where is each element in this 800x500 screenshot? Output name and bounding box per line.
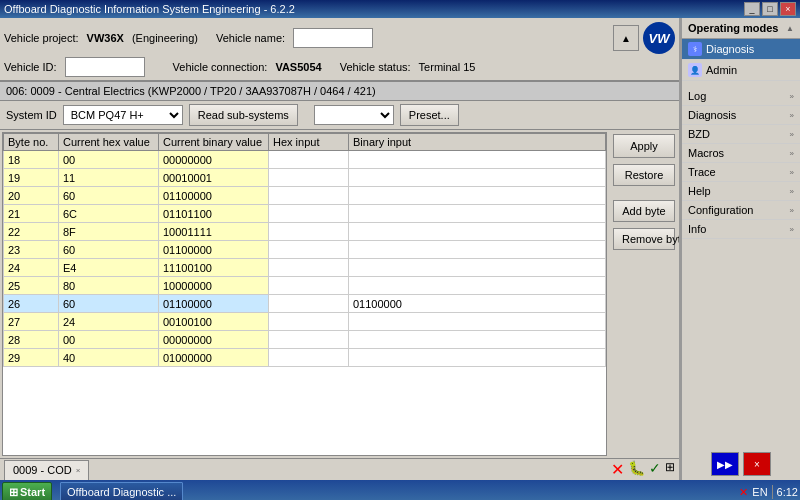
check-icon: ✓ xyxy=(649,460,661,479)
col-hex-input: Hex input xyxy=(269,134,349,151)
section-trace[interactable]: Trace » xyxy=(682,163,800,182)
table-row: 22 8F 10001111 xyxy=(4,223,606,241)
cell-hex-val: 60 xyxy=(59,241,159,259)
cell-bin-input[interactable] xyxy=(349,223,606,241)
vehicle-connection-value: VAS5054 xyxy=(275,61,321,73)
forward-button[interactable]: ▶▶ xyxy=(711,452,739,476)
cell-byte-no: 27 xyxy=(4,313,59,331)
stop-button[interactable]: × xyxy=(743,452,771,476)
section-info[interactable]: Info » xyxy=(682,220,800,239)
vehicle-id-input[interactable] xyxy=(65,57,145,77)
section-help[interactable]: Help » xyxy=(682,182,800,201)
cell-hex-input[interactable] xyxy=(269,295,349,313)
add-byte-button[interactable]: Add byte xyxy=(613,200,675,222)
error-status-icon: ✕ xyxy=(739,486,748,499)
tab-label: 0009 - COD xyxy=(13,464,72,476)
cell-bin-val: 11100100 xyxy=(159,259,269,277)
cell-hex-input[interactable] xyxy=(269,169,349,187)
table-row: 25 80 10000000 xyxy=(4,277,606,295)
title-bar-title: Offboard Diagnostic Information System E… xyxy=(4,3,744,15)
table-row: 18 00 00000000 xyxy=(4,151,606,169)
admin-icon: 👤 xyxy=(688,63,702,77)
cell-bin-val: 01000000 xyxy=(159,349,269,367)
diagnosis-icon: ⚕ xyxy=(688,42,702,56)
sidebar-item-admin[interactable]: 👤 Admin xyxy=(682,60,800,81)
macros-chevron: » xyxy=(790,149,794,158)
section-macros[interactable]: Macros » xyxy=(682,144,800,163)
taskbar-offboard[interactable]: Offboard Diagnostic ... xyxy=(60,482,183,500)
cell-bin-input[interactable] xyxy=(349,331,606,349)
section-configuration[interactable]: Configuration » xyxy=(682,201,800,220)
apply-button[interactable]: Apply xyxy=(613,134,675,158)
cell-hex-input[interactable] xyxy=(269,259,349,277)
cell-hex-input[interactable] xyxy=(269,205,349,223)
cell-byte-no: 20 xyxy=(4,187,59,205)
cell-hex-input[interactable] xyxy=(269,277,349,295)
table-row: 21 6C 01101100 xyxy=(4,205,606,223)
maximize-button[interactable]: □ xyxy=(762,2,778,16)
cell-hex-input[interactable] xyxy=(269,331,349,349)
cod-tab[interactable]: 0009 - COD × xyxy=(4,460,89,480)
system-id-label: System ID xyxy=(6,109,57,121)
section-log[interactable]: Log » xyxy=(682,87,800,106)
separator xyxy=(772,485,773,499)
minimize-button[interactable]: _ xyxy=(744,2,760,16)
sidebar-item-diagnosis[interactable]: ⚕ Diagnosis xyxy=(682,39,800,60)
vehicle-status-value: Terminal 15 xyxy=(419,61,476,73)
col-bin-input: Binary input xyxy=(349,134,606,151)
cell-byte-no: 28 xyxy=(4,331,59,349)
remove-byte-button[interactable]: Remove byte xyxy=(613,228,675,250)
col-byte-no: Byte no. xyxy=(4,134,59,151)
restore-button[interactable]: Restore xyxy=(613,164,675,186)
upload-button[interactable]: ▲ xyxy=(613,25,639,51)
close-button[interactable]: × xyxy=(780,2,796,16)
cell-hex-input[interactable] xyxy=(269,151,349,169)
cell-bin-val: 10000000 xyxy=(159,277,269,295)
section-diagnosis[interactable]: Diagnosis » xyxy=(682,106,800,125)
section-bzd[interactable]: BZD » xyxy=(682,125,800,144)
cell-bin-input[interactable]: 01100000 xyxy=(349,295,606,313)
cell-hex-input[interactable] xyxy=(269,349,349,367)
section-bzd-label: BZD xyxy=(688,128,710,140)
header-section: Vehicle project: VW36X (Engineering) Veh… xyxy=(0,18,679,82)
cell-hex-val: 00 xyxy=(59,151,159,169)
vw-logo: VW xyxy=(643,22,675,54)
cell-bin-input[interactable] xyxy=(349,187,606,205)
cell-bin-input[interactable] xyxy=(349,151,606,169)
cell-bin-input[interactable] xyxy=(349,277,606,295)
read-sub-systems-button[interactable]: Read sub-systems xyxy=(189,104,298,126)
cell-bin-input[interactable] xyxy=(349,313,606,331)
header-row2: Vehicle ID: Vehicle connection: VAS5054 … xyxy=(4,56,675,78)
bug-icon: 🐛 xyxy=(628,460,645,479)
cell-bin-input[interactable] xyxy=(349,205,606,223)
cell-byte-no: 22 xyxy=(4,223,59,241)
start-button[interactable]: ⊞ Start xyxy=(2,482,52,500)
cell-bin-input[interactable] xyxy=(349,349,606,367)
table-row: 23 60 01100000 xyxy=(4,241,606,259)
table-row: 24 E4 11100100 xyxy=(4,259,606,277)
preset-button[interactable]: Preset... xyxy=(400,104,459,126)
cell-hex-val: 24 xyxy=(59,313,159,331)
cell-hex-input[interactable] xyxy=(269,223,349,241)
cell-hex-input[interactable] xyxy=(269,241,349,259)
operating-modes-header: Operating modes ▲ xyxy=(682,18,800,39)
vehicle-status-label: Vehicle status: xyxy=(340,61,411,73)
section-macros-label: Macros xyxy=(688,147,724,159)
cell-bin-val: 00000000 xyxy=(159,151,269,169)
clock: 6:12 xyxy=(777,486,798,498)
section-trace-label: Trace xyxy=(688,166,716,178)
help-chevron: » xyxy=(790,187,794,196)
cell-hex-input[interactable] xyxy=(269,187,349,205)
system-id-select[interactable]: BCM PQ47 H+ xyxy=(63,105,183,125)
preset-dropdown[interactable] xyxy=(314,105,394,125)
cell-bin-val: 10001111 xyxy=(159,223,269,241)
scrollable-table[interactable]: Byte no. Current hex value Current binar… xyxy=(3,133,606,455)
table-row: 28 00 00000000 xyxy=(4,331,606,349)
cell-hex-input[interactable] xyxy=(269,313,349,331)
cell-bin-input[interactable] xyxy=(349,259,606,277)
cell-bin-input[interactable] xyxy=(349,241,606,259)
cell-bin-input[interactable] xyxy=(349,169,606,187)
vehicle-name-input[interactable] xyxy=(293,28,373,48)
taskbar-item-label: Offboard Diagnostic ... xyxy=(67,486,176,498)
tab-close-icon[interactable]: × xyxy=(76,466,81,475)
